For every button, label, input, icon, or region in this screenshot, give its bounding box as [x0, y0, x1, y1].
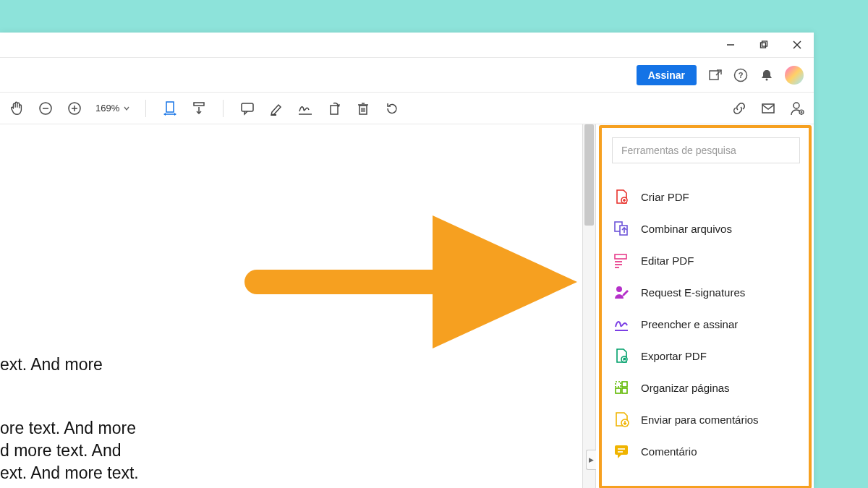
request-sign-icon	[613, 284, 629, 300]
tool-item-request-sign[interactable]: Request E-signatures	[613, 276, 804, 308]
svg-point-30	[793, 103, 799, 108]
svg-rect-51	[615, 445, 628, 455]
search-placeholder: Ferramentas de pesquisa	[621, 145, 736, 156]
rotate-tool-icon[interactable]	[326, 100, 342, 116]
tool-item-fill-sign[interactable]: Preencher e assinar	[613, 308, 804, 340]
tools-search-input[interactable]: Ferramentas de pesquisa	[612, 137, 800, 163]
tool-label: Preencher e assinar	[641, 318, 738, 330]
redo-icon[interactable]	[384, 100, 400, 116]
tool-label: Criar PDF	[641, 191, 689, 203]
document-text: d more text. And	[0, 440, 121, 462]
svg-rect-48	[616, 388, 621, 393]
comment-tool-icon[interactable]	[239, 100, 255, 116]
zoom-in-icon[interactable]	[67, 100, 82, 116]
tool-label: Editar PDF	[641, 254, 694, 267]
tool-item-send-comments[interactable]: Enviar para comentários	[613, 403, 804, 435]
tool-label: Combinar arquivos	[641, 223, 732, 235]
tool-label: Comentário	[641, 445, 697, 458]
tool-label: Organizar páginas	[641, 382, 730, 394]
chevron-down-icon	[124, 106, 129, 111]
top-toolbar: Assinar ?	[0, 58, 814, 93]
svg-rect-46	[616, 382, 621, 387]
zoom-level-selector[interactable]: 169%	[95, 103, 129, 114]
window-titlebar	[0, 33, 814, 58]
svg-rect-22	[331, 106, 338, 114]
tool-item-combine[interactable]: Combinar arquivos	[613, 213, 804, 244]
maximize-icon	[760, 40, 768, 49]
edit-pdf-icon	[613, 252, 629, 268]
fill-sign-icon	[613, 316, 629, 332]
combine-icon	[613, 221, 629, 236]
sign-tool-icon[interactable]	[297, 100, 313, 116]
fit-width-icon[interactable]	[162, 100, 178, 116]
app-window: Assinar ? 169%	[0, 33, 814, 488]
collapse-panel-button[interactable]: ▶	[586, 450, 596, 470]
create-pdf-icon	[613, 189, 629, 205]
tool-item-comment[interactable]: Comentário	[613, 435, 804, 467]
highlight-tool-icon[interactable]	[268, 100, 284, 116]
document-viewport[interactable]: ext. And more ore text. And more d more …	[0, 124, 582, 488]
document-text: ext. And more	[0, 354, 103, 376]
delete-tool-icon[interactable]	[355, 100, 371, 116]
svg-rect-5	[710, 71, 718, 80]
tools-sidepanel: ▶ Ferramentas de pesquisa Criar PDFCombi…	[595, 124, 814, 488]
window-minimize-button[interactable]	[714, 33, 747, 58]
bell-icon[interactable]	[759, 67, 775, 83]
organize-icon	[613, 380, 629, 395]
window-close-button[interactable]	[780, 33, 814, 58]
svg-point-9	[766, 78, 768, 80]
scroll-thumb[interactable]	[584, 124, 594, 226]
share-icon[interactable]	[707, 67, 723, 83]
separator	[145, 100, 146, 117]
vertical-scrollbar[interactable]	[582, 124, 595, 488]
svg-rect-2	[762, 41, 767, 46]
separator	[223, 100, 224, 117]
svg-rect-49	[622, 388, 627, 393]
sign-in-button[interactable]: Assinar	[637, 65, 697, 85]
zoom-value: 169%	[95, 103, 119, 114]
tool-label: Enviar para comentários	[641, 414, 759, 426]
svg-rect-39	[615, 254, 626, 259]
svg-rect-17	[194, 103, 204, 106]
fit-page-icon[interactable]	[191, 100, 207, 116]
svg-text:?: ?	[739, 71, 744, 80]
email-icon[interactable]	[760, 100, 776, 116]
zoom-out-icon[interactable]	[38, 100, 54, 116]
tool-item-organize[interactable]: Organizar páginas	[613, 372, 804, 403]
document-text: ext. And more text.	[0, 462, 139, 484]
svg-rect-19	[242, 103, 253, 111]
svg-rect-47	[622, 382, 627, 387]
tool-item-edit-pdf[interactable]: Editar PDF	[613, 244, 804, 276]
window-maximize-button[interactable]	[747, 33, 780, 58]
tool-item-create-pdf[interactable]: Criar PDF	[613, 181, 804, 213]
minimize-icon	[726, 40, 735, 49]
svg-rect-29	[762, 104, 774, 113]
svg-rect-1	[761, 43, 766, 48]
svg-point-43	[616, 286, 622, 292]
add-user-icon[interactable]	[789, 100, 805, 116]
tool-item-export-pdf[interactable]: Exportar PDF	[613, 340, 804, 372]
link-icon[interactable]	[731, 100, 747, 116]
send-comments-icon	[613, 411, 629, 427]
document-text: ore text. And more	[0, 417, 136, 440]
help-icon[interactable]: ?	[733, 67, 749, 83]
user-avatar[interactable]	[785, 66, 804, 85]
main-area: ext. And more ore text. And more d more …	[0, 124, 814, 488]
hand-tool-icon[interactable]	[9, 100, 25, 116]
comment-icon	[613, 443, 629, 459]
main-toolbar: 169%	[0, 93, 814, 124]
tool-label: Exportar PDF	[641, 350, 707, 362]
export-pdf-icon	[613, 348, 629, 364]
close-icon	[793, 40, 801, 49]
tool-label: Request E-signatures	[641, 286, 745, 299]
svg-rect-15	[166, 102, 174, 112]
